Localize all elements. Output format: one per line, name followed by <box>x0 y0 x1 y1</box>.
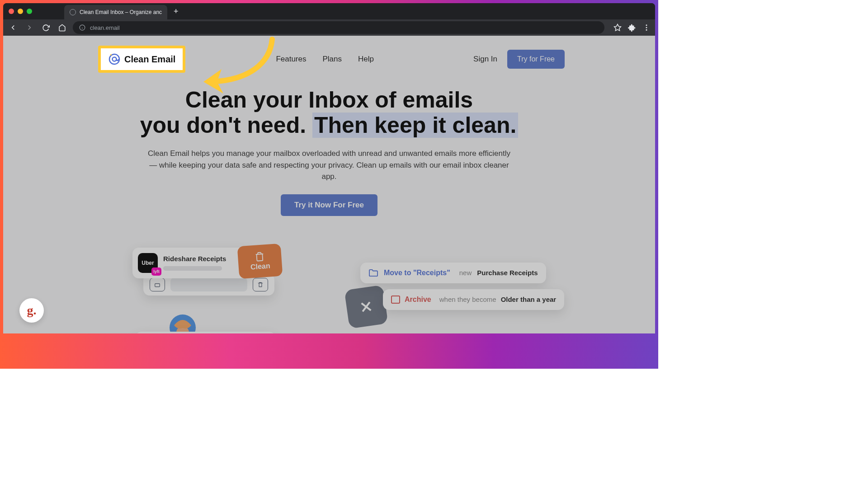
new-tab-button[interactable]: + <box>174 7 179 16</box>
archive-icon <box>391 296 400 304</box>
svg-marker-3 <box>614 24 621 31</box>
logo-text: Clean Email <box>124 54 175 65</box>
archive-strong: Older than a year <box>501 296 557 303</box>
svg-point-4 <box>646 24 647 26</box>
page-content: Clean Email Features Plans Help Sign In … <box>3 36 655 333</box>
extensions-icon[interactable] <box>628 23 636 32</box>
hero-illustration: Uber lyft Rideshare Receipts Clean <box>3 248 655 334</box>
nav-plans[interactable]: Plans <box>322 55 342 64</box>
archive-muted: when they become <box>439 296 496 303</box>
archive-card: Archive when they become Older than a ye… <box>383 289 564 310</box>
clean-label: Clean <box>250 262 270 271</box>
site-header: Clean Email Features Plans Help Sign In … <box>3 36 655 83</box>
maximize-window-button[interactable] <box>27 9 32 14</box>
hero-title-line2a: you don't need. <box>140 113 312 138</box>
tab-title: Clean Email Inbox – Organize anc <box>80 9 162 15</box>
hero-title-highlight: Then keep it clean. <box>312 113 518 138</box>
svg-rect-9 <box>155 283 160 286</box>
browser-tab[interactable]: Clean Email Inbox – Organize anc <box>64 5 167 19</box>
url-text: clean.email <box>90 24 120 31</box>
header-right: Sign In Try for Free <box>473 50 565 69</box>
address-bar[interactable]: clean.email <box>73 21 604 34</box>
site-info-icon <box>79 24 85 31</box>
hero-title: Clean your Inbox of emails you don't nee… <box>21 87 637 138</box>
trash-mini-icon <box>253 278 268 291</box>
logo-highlight-box[interactable]: Clean Email <box>98 46 185 73</box>
inbox-mini-icon <box>150 278 165 291</box>
lyft-icon: lyft <box>151 267 161 276</box>
archive-label: Archive <box>405 296 431 304</box>
hero-title-line1: Clean your Inbox of emails <box>185 87 473 113</box>
move-strong: Purchase Receipts <box>477 269 538 277</box>
bookmark-star-icon[interactable] <box>613 23 622 32</box>
avatar-illustration <box>170 314 196 334</box>
traffic-lights <box>9 9 32 14</box>
try-free-button[interactable]: Try for Free <box>507 50 565 69</box>
rideshare-title: Rideshare Receipts <box>163 255 226 263</box>
svg-point-8 <box>113 57 117 61</box>
at-sign-icon <box>108 53 121 66</box>
forward-button[interactable] <box>24 22 35 33</box>
browser-window: Clean Email Inbox – Organize anc + clean… <box>3 3 655 333</box>
gradient-frame: Clean Email Inbox – Organize anc + clean… <box>0 0 658 369</box>
browser-toolbar: clean.email <box>3 19 655 36</box>
close-window-button[interactable] <box>9 9 14 14</box>
hero-section: Clean your Inbox of emails you don't nee… <box>3 83 655 216</box>
rideshare-card-text: Rideshare Receipts <box>163 255 226 271</box>
svg-point-5 <box>646 27 647 28</box>
nav-features[interactable]: Features <box>276 55 306 64</box>
menu-dots-icon[interactable] <box>642 23 651 32</box>
uber-icon: Uber lyft <box>138 253 158 273</box>
g-badge[interactable]: g. <box>19 298 44 323</box>
home-button[interactable] <box>57 22 67 33</box>
hero-subtitle: Clean Email helps you manage your mailbo… <box>144 148 514 183</box>
svg-point-7 <box>109 54 119 64</box>
reload-button[interactable] <box>40 22 51 33</box>
move-receipts-card: Move to "Receipts" new Purchase Receipts <box>360 263 546 283</box>
card-under-2 <box>135 332 275 334</box>
move-label: Move to "Receipts" <box>384 269 450 277</box>
nav-help[interactable]: Help <box>358 55 374 64</box>
move-muted: new <box>459 269 472 277</box>
main-nav: Features Plans Help <box>276 55 374 64</box>
signin-link[interactable]: Sign In <box>473 55 497 64</box>
clean-action-button: Clean <box>237 243 283 279</box>
minimize-window-button[interactable] <box>18 9 23 14</box>
browser-titlebar: Clean Email Inbox – Organize anc + <box>3 3 655 19</box>
rideshare-card: Uber lyft Rideshare Receipts <box>132 248 253 278</box>
diamond-arrows-icon <box>344 285 388 328</box>
trash-icon <box>255 251 265 262</box>
toolbar-right <box>613 23 651 32</box>
globe-icon <box>70 9 76 15</box>
hero-cta-button[interactable]: Try it Now For Free <box>281 194 377 216</box>
skeleton-line <box>163 266 222 271</box>
skeleton-pill <box>170 278 247 291</box>
folder-icon <box>368 269 378 277</box>
back-button[interactable] <box>8 22 19 33</box>
svg-point-6 <box>646 29 647 31</box>
